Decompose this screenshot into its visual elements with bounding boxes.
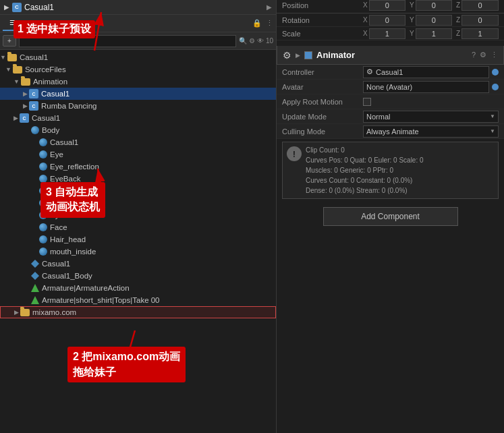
left-panel: ▶ C Casual1 ▶ 1 选中妹子预设 ☰ Project ▤ Conso… (0, 0, 277, 433)
position-x-field[interactable]: 0 (369, 0, 405, 11)
pos-x-axis: X (363, 1, 368, 9)
tree-item[interactable]: Armature|ArmatureAction (0, 282, 276, 294)
update-mode-row: Update Mode Normal ▼ (277, 109, 504, 124)
position-label: Position (282, 1, 363, 9)
hierarchy-top-item[interactable]: ▶ C Casual1 ▶ (0, 0, 276, 15)
controller-selector-dot[interactable] (492, 69, 499, 76)
animator-actions: ? ⚙ ⋮ (472, 51, 498, 59)
rot-z-axis: Z (456, 16, 460, 24)
avatar-label: Avatar (282, 83, 363, 91)
apply-root-motion-value (363, 98, 499, 106)
rotation-x-field[interactable]: 0 (369, 15, 405, 26)
annotation-3: 3 自动生成 动画状态机 (40, 182, 105, 218)
apply-root-motion-row: Apply Root Motion (277, 94, 504, 109)
animator-component-name: Animator (316, 50, 468, 60)
controller-row: Controller ⚙ Casual1 (277, 65, 504, 80)
tree-item[interactable]: ▼Casual1 (0, 51, 276, 63)
position-x-item: X 0 (363, 0, 405, 11)
position-z-field[interactable]: 0 (461, 0, 499, 11)
animator-help-icon[interactable]: ? (472, 51, 476, 59)
eye-icon[interactable]: 👁 (257, 37, 264, 45)
scale-x-field[interactable]: 1 (369, 28, 405, 39)
tree-item-label: Casual1_Body (42, 272, 92, 280)
annotation-2: 2 把mixamo.com动画 拖给妹子 (67, 347, 186, 382)
tab-actions: 🔒 ⋮ (252, 19, 273, 28)
tree-item[interactable]: ▶CRumba Dancing (0, 100, 276, 112)
animator-menu-icon[interactable]: ⋮ (491, 51, 498, 59)
position-z-item: Z 0 (456, 0, 499, 11)
avatar-field[interactable]: None (Avatar) (363, 81, 489, 93)
rotation-x-item: X 0 (363, 15, 405, 26)
tree-item[interactable]: Casual1_Body (0, 270, 276, 282)
update-mode-text: Normal (366, 113, 390, 121)
animator-enabled-checkbox[interactable] (304, 51, 312, 59)
position-row: Position X 0 Y 0 Z 0 (277, 0, 504, 13)
controller-label: Controller (282, 68, 363, 76)
animator-expand-arrow[interactable]: ▶ (296, 52, 300, 59)
scale-z-axis: Z (456, 30, 460, 37)
rotation-y-field[interactable]: 0 (416, 15, 452, 26)
folder-icon (13, 66, 22, 74)
right-arrow: ▶ (267, 3, 272, 11)
rotation-z-field[interactable]: 0 (461, 15, 499, 26)
rotation-row: Rotation X 0 Y 0 Z 0 (277, 13, 504, 27)
annotation-3-line2: 动画状态机 (46, 200, 100, 214)
animator-info-box: ! Clip Count: 0 Curves Pos: 0 Quat: 0 Eu… (282, 142, 499, 199)
position-y-field[interactable]: 0 (416, 0, 452, 11)
tree-item[interactable]: Armature|short_shirt|Tops|Take 00 (0, 294, 276, 306)
tree-expand-arrow: ▼ (5, 66, 11, 73)
search-icon[interactable]: 🔍 (239, 37, 247, 45)
tree-item[interactable]: ▼Animation (0, 76, 276, 88)
controller-field[interactable]: ⚙ Casual1 (363, 66, 489, 78)
scale-row: Scale X 1 Y 1 Z 1 (277, 27, 504, 40)
prefab-icon: C (29, 101, 38, 111)
pos-z-axis: Z (456, 1, 460, 9)
tree-item[interactable]: Face (0, 221, 276, 233)
rotation-values: X 0 Y 0 Z 0 (363, 15, 499, 26)
tree-item[interactable]: Body (0, 124, 276, 136)
avatar-text: None (Avatar) (366, 83, 412, 91)
tree-item[interactable]: Eye_reflection (0, 161, 276, 173)
pos-y-axis: Y (410, 1, 414, 9)
tree-expand-arrow: ▶ (23, 103, 28, 109)
tree-item[interactable]: mouth_inside (0, 246, 276, 258)
folder-icon (20, 309, 30, 316)
scale-x-item: X 1 (363, 28, 405, 39)
more-icon[interactable]: ⋮ (266, 19, 273, 28)
tree-item[interactable]: Casual1 (0, 136, 276, 148)
prefab-icon: C (29, 89, 38, 98)
scale-z-item: Z 1 (456, 28, 499, 39)
filter-icon[interactable]: ⚙ (249, 37, 255, 45)
update-mode-dropdown[interactable]: Normal ▼ (363, 111, 499, 123)
tree-item-label: SourceFiles (25, 65, 66, 74)
tree-item-label: Casual1 (50, 138, 78, 146)
scale-z-field[interactable]: 1 (461, 28, 499, 39)
tree-item-label: Face (50, 223, 67, 231)
tree-item-label: Armature|short_shirt|Tops|Take 00 (42, 296, 160, 304)
position-y-item: Y 0 (410, 0, 452, 11)
sphere-icon (31, 126, 39, 134)
scale-y-field[interactable]: 1 (416, 28, 452, 39)
culling-mode-value: Always Animate ▼ (363, 125, 499, 138)
info-text: Clip Count: 0 Curves Pos: 0 Quat: 0 Eule… (306, 145, 424, 196)
culling-mode-dropdown[interactable]: Always Animate ▼ (363, 125, 499, 138)
tree-item[interactable]: ▶CCasual1 (0, 112, 276, 124)
apply-root-motion-checkbox[interactable] (363, 98, 371, 106)
animator-settings-icon[interactable]: ⚙ (480, 51, 486, 59)
tree-item[interactable]: ▼SourceFiles (0, 63, 276, 76)
avatar-selector-dot[interactable] (492, 84, 499, 90)
add-component-button[interactable]: Add Component (323, 207, 458, 226)
tree-item[interactable]: Casual1 (0, 258, 276, 270)
tree-item[interactable]: ▶mixamo.com (0, 306, 276, 318)
tree-expand-arrow: ▼ (13, 78, 20, 85)
tree-item[interactable]: Hair_head (0, 233, 276, 246)
rot-y-axis: Y (410, 16, 414, 24)
tree-item[interactable]: Eye (0, 148, 276, 161)
rotation-z-item: Z 0 (456, 15, 499, 26)
sphere-icon (39, 248, 47, 256)
tree-item[interactable]: ▶CCasual1 (0, 88, 276, 100)
tree-item-label: Casual1 (32, 114, 60, 122)
tree-item-label: Eye (50, 150, 63, 158)
lock-icon[interactable]: 🔒 (252, 19, 262, 28)
tree-expand-arrow: ▶ (14, 309, 19, 316)
